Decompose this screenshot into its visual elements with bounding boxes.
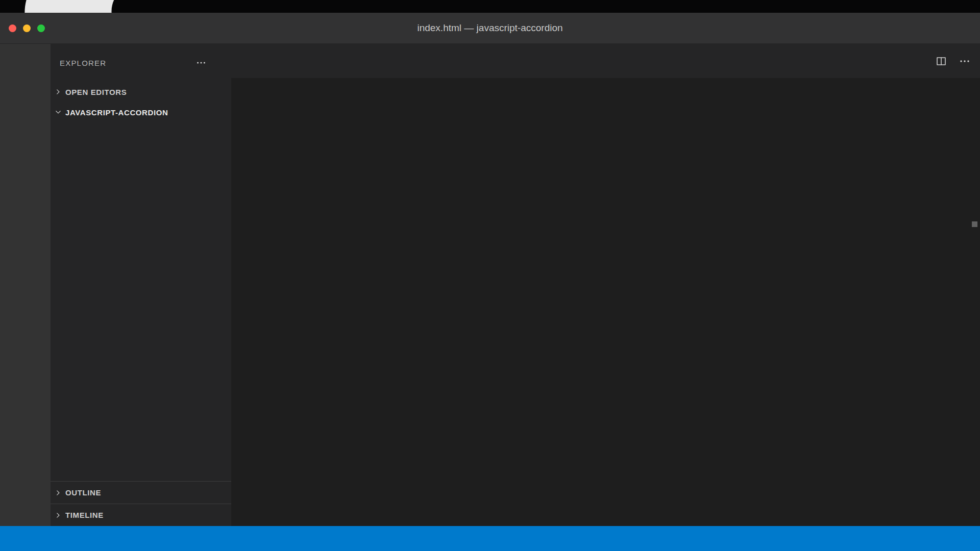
timeline-section[interactable]: TIMELINE xyxy=(51,504,231,526)
chevron-right-icon xyxy=(54,87,63,96)
file-tree[interactable] xyxy=(51,122,231,481)
breadcrumb xyxy=(231,78,980,102)
sidebar-bottom-sections: OUTLINE TIMELINE xyxy=(51,481,231,526)
editor-area xyxy=(231,44,980,526)
project-root-section[interactable]: JAVASCRIPT-ACCORDION xyxy=(51,102,231,122)
outline-section[interactable]: OUTLINE xyxy=(51,481,231,504)
minimize-window-button[interactable] xyxy=(23,24,31,32)
sidebar-header: EXPLORER xyxy=(51,44,231,82)
editor-actions xyxy=(935,44,971,78)
more-actions-icon[interactable] xyxy=(959,55,971,67)
macos-menu-bar xyxy=(0,0,980,13)
sidebar-more-actions-icon[interactable] xyxy=(195,57,207,68)
activity-bar xyxy=(0,44,51,526)
explorer-sidebar: EXPLORER OPEN EDITORS JAVASCRIPT-ACCORDI… xyxy=(51,44,231,526)
window-title-bar[interactable]: index.html — javascript-accordion xyxy=(0,13,980,44)
project-root-label: JAVASCRIPT-ACCORDION xyxy=(65,108,168,117)
open-editors-label: OPEN EDITORS xyxy=(65,88,127,96)
timeline-label: TIMELINE xyxy=(65,511,104,519)
chevron-down-icon xyxy=(54,108,63,117)
close-window-button[interactable] xyxy=(9,24,16,32)
overview-ruler-mark xyxy=(972,221,977,227)
editor-code-area[interactable] xyxy=(231,102,980,526)
zoom-window-button[interactable] xyxy=(37,24,45,32)
chevron-right-icon xyxy=(54,511,63,520)
status-bar xyxy=(0,526,980,551)
workbench: EXPLORER OPEN EDITORS JAVASCRIPT-ACCORDI… xyxy=(0,44,980,526)
sidebar-title: EXPLORER xyxy=(60,59,106,67)
chevron-right-icon xyxy=(54,488,63,497)
vscode-window: index.html — javascript-accordion EXPLOR… xyxy=(0,0,980,551)
window-title: index.html — javascript-accordion xyxy=(0,22,980,34)
open-editors-section[interactable]: OPEN EDITORS xyxy=(51,82,231,102)
split-editor-icon[interactable] xyxy=(935,55,947,67)
outline-label: OUTLINE xyxy=(65,488,101,497)
tab-bar xyxy=(231,44,980,78)
window-controls xyxy=(9,24,45,32)
